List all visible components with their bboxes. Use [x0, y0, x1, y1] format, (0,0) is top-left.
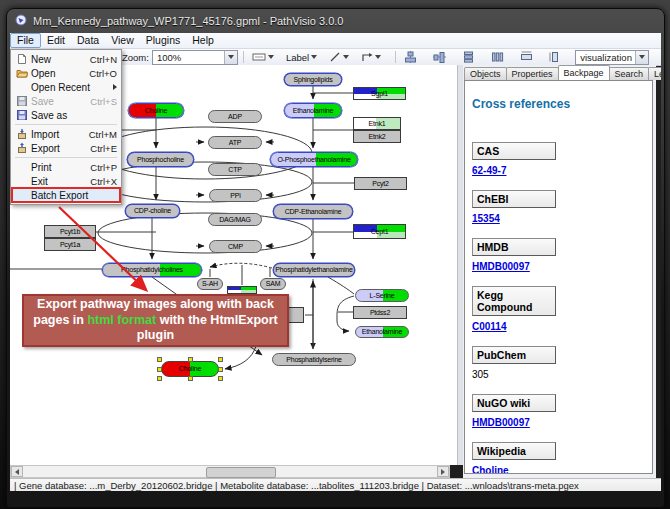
crossref-link[interactable]: HMDB00097 — [472, 261, 652, 273]
metabolite-node-cdp-choline[interactable]: CDP-choline — [125, 204, 180, 218]
common-width-button[interactable] — [517, 50, 536, 64]
section-header: PubChem — [472, 346, 556, 364]
menu-item-import[interactable]: ImportCtrl+M — [12, 127, 120, 141]
label-tool-button[interactable]: Label — [283, 51, 320, 64]
menu-item-label: Save as — [31, 110, 67, 121]
menu-file[interactable]: File — [10, 33, 41, 48]
menu-item-open-recent[interactable]: Open Recent — [12, 80, 120, 94]
metabolite-node-dag-mag[interactable]: DAG/MAG — [208, 213, 262, 226]
title-bar[interactable]: Mm_Kennedy_pathway_WP1771_45176.gpml - P… — [7, 9, 664, 33]
menu-edit[interactable]: Edit — [41, 34, 71, 47]
backpage-section: HMDBHMDB00097 — [472, 238, 652, 273]
zoom-label: Zoom: — [122, 52, 149, 63]
section-header: CAS — [472, 142, 556, 160]
menu-item-label: New — [31, 54, 51, 65]
menu-bar: FileEditDataViewPluginsHelp — [10, 33, 661, 49]
stack-vertical-button[interactable] — [459, 50, 478, 64]
tab-properties[interactable]: Properties — [506, 67, 559, 80]
stack-horizontal-button[interactable] — [488, 50, 507, 64]
selection-handle[interactable] — [157, 376, 162, 381]
metabolite-node-ethanolamine[interactable]: Ethanolamine — [284, 103, 342, 118]
menu-item-batch-export[interactable]: Batch Export — [12, 188, 120, 202]
zoom-combobox[interactable]: 100% — [152, 50, 238, 65]
submenu-arrow-icon — [113, 84, 117, 90]
menu-item-open[interactable]: OpenCtrl+O — [12, 66, 120, 80]
backpage-section: PubChem305 — [472, 346, 652, 381]
gene-node-pcyt1a[interactable]: Pcyt1a — [44, 238, 96, 251]
menu-plugins[interactable]: Plugins — [140, 34, 186, 47]
selection-handle[interactable] — [188, 376, 193, 381]
backpage-section: ChEBI15354 — [472, 190, 652, 225]
metabolite-node-ethanolamine[interactable]: Ethanolamine — [355, 326, 409, 338]
selection-handle[interactable] — [218, 357, 223, 362]
tab-backpage[interactable]: Backpage — [558, 65, 610, 80]
menu-item-new[interactable]: NewCtrl+N — [12, 52, 120, 66]
crossref-link[interactable]: 62-49-7 — [472, 165, 652, 177]
gene-node-cept1[interactable]: Cept1 — [353, 224, 406, 239]
metabolite-node-choline[interactable]: Choline — [128, 103, 184, 118]
gene-node-pcyt2[interactable]: Pcyt2 — [354, 177, 407, 190]
selection-handle[interactable] — [218, 376, 223, 381]
metabolite-node-phosphatidylserine[interactable]: Phosphatidylserine — [272, 353, 356, 366]
metabolite-node-sphingolipids[interactable]: Sphingolipids — [284, 73, 342, 86]
align-center-icon — [404, 51, 417, 63]
zoom-dropdown-button[interactable] — [224, 51, 237, 64]
metabolite-node-phosphatidylcholines[interactable]: Phosphatidylcholines — [102, 263, 202, 277]
scrollbar-thumb[interactable] — [206, 467, 276, 478]
metabolite-node-adp[interactable]: ADP — [208, 110, 262, 123]
tab-search[interactable]: Search — [609, 67, 650, 80]
menu-help[interactable]: Help — [186, 34, 220, 47]
tab-objects[interactable]: Objects — [464, 67, 507, 80]
menu-view[interactable]: View — [105, 34, 140, 47]
line-tool-button[interactable] — [326, 50, 352, 64]
backpage-section: Kegg CompoundC00114 — [472, 286, 652, 333]
tab-legend[interactable]: Legend — [648, 67, 661, 80]
crossref-link[interactable]: HMDB00097 — [472, 417, 652, 429]
gene-node-etnk1[interactable]: Etnk1 — [353, 117, 401, 130]
crossref-link[interactable]: C00114 — [472, 321, 652, 333]
backpage-panel[interactable]: Cross references CAS62-49-7ChEBI15354HMD… — [464, 80, 653, 474]
menu-data[interactable]: Data — [71, 34, 105, 47]
metabolite-node-cmp[interactable]: CMP — [209, 240, 262, 253]
menu-item-print[interactable]: PrintCtrl+P — [12, 160, 120, 174]
gene-node-etnk2[interactable]: Etnk2 — [353, 130, 401, 143]
menu-item-exit[interactable]: ExitCtrl+X — [12, 174, 120, 188]
menu-shortcut: Ctrl+N — [90, 54, 117, 65]
metabolite-node-o-phosphoethanolamine[interactable]: O-Phosphoethanolamine — [270, 152, 358, 167]
crossref-link[interactable]: 15354 — [472, 213, 652, 225]
metabolite-node-atp[interactable]: ATP — [208, 136, 262, 149]
horizontal-scrollbar[interactable] — [10, 465, 450, 478]
menu-item-export[interactable]: ExportCtrl+E — [12, 141, 120, 155]
menu-item-save[interactable]: SaveCtrl+S — [12, 94, 120, 108]
align-middle-button[interactable] — [430, 50, 449, 64]
metabolite-node-s-ah[interactable]: S-AH — [197, 278, 223, 290]
selection-handle[interactable] — [188, 357, 193, 362]
visualization-dropdown-button[interactable] — [635, 51, 648, 64]
metabolite-node-ctp[interactable]: CTP — [208, 163, 262, 176]
metabolite-node-choline[interactable]: Choline — [161, 361, 219, 377]
metabolite-node-cdp-ethanolamine[interactable]: CDP-Ethanolamine — [273, 204, 353, 219]
crossref-link[interactable]: Choline — [472, 465, 652, 474]
metabolite-node-ppi[interactable]: PPi — [209, 189, 262, 202]
visualization-combobox[interactable]: visualization — [575, 50, 649, 65]
menu-item-save-as[interactable]: Save as — [12, 108, 120, 122]
connector-tool-button[interactable] — [358, 50, 384, 64]
selection-handle[interactable] — [218, 367, 223, 372]
selection-handle[interactable] — [157, 367, 162, 372]
metabolite-node-phosphocholine[interactable]: Phosphocholine — [127, 152, 194, 167]
metabolite-node-sam[interactable]: SAM — [260, 278, 286, 290]
align-center-button[interactable] — [401, 50, 420, 64]
scroll-right-button[interactable] — [437, 466, 449, 477]
gene-node-ptdss2[interactable]: Ptdss2 — [353, 306, 407, 319]
metabolite-node-phosphatidylethanolamine[interactable]: Phosphatidylethanolamine — [273, 263, 355, 277]
common-height-button[interactable] — [546, 50, 565, 64]
selection-handle[interactable] — [157, 357, 162, 362]
chevron-down-icon — [343, 55, 349, 59]
gene-node-hidden[interactable] — [227, 286, 257, 294]
gene-node-sgpl1[interactable]: Sgpl1 — [353, 87, 406, 100]
scroll-left-button[interactable] — [11, 466, 23, 477]
metabolite-node-l-serine[interactable]: L-Serine — [355, 289, 409, 302]
chevron-down-icon — [375, 55, 381, 59]
gene-node-pcyt1b[interactable]: Pcyt1b — [44, 225, 96, 238]
datanode-tool-button[interactable] — [249, 50, 277, 64]
